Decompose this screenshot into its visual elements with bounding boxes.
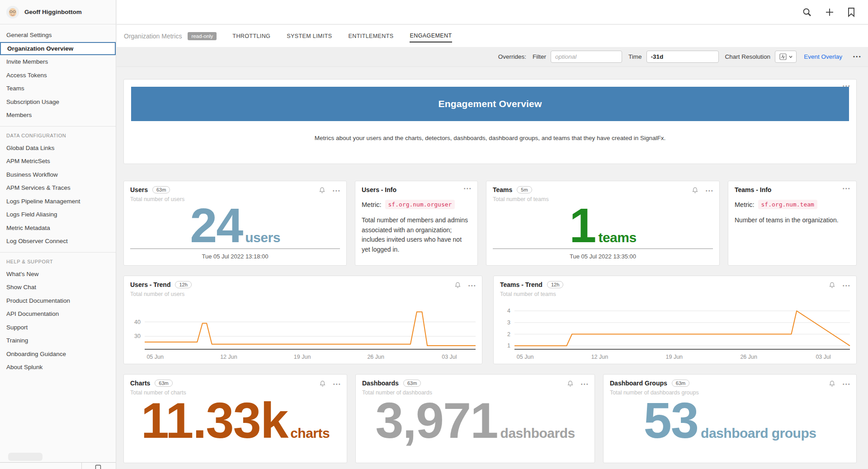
metric-description: Number of teams in the organization. <box>735 216 850 225</box>
card-menu-icon[interactable]: ••• <box>581 382 589 387</box>
card-menu-icon[interactable]: ••• <box>464 187 472 191</box>
dashboards-count: 3,971 <box>375 400 497 441</box>
sidebar-item-access-tokens[interactable]: Access Tokens <box>0 69 116 82</box>
dashboard-tabbar: Organization Metrics read-only THROTTLIN… <box>117 25 868 47</box>
bell-icon[interactable] <box>567 380 574 389</box>
sidebar-item-logs-field-aliasing[interactable]: Logs Field Aliasing <box>0 208 116 221</box>
sidebar-item-subscription-usage[interactable]: Subscription Usage <box>0 95 116 109</box>
overrides-label: Overrides: <box>498 53 526 60</box>
filter-input[interactable] <box>551 51 622 63</box>
tab-engagement[interactable]: ENGAGEMENT <box>410 30 453 42</box>
card-menu-icon[interactable]: ••• <box>843 382 851 387</box>
tab-entitlements[interactable]: ENTITLEMENTS <box>348 30 394 42</box>
card-title: Charts <box>130 380 150 387</box>
sidebar-item-apm-metricsets[interactable]: APM MetricSets <box>0 155 116 168</box>
svg-text:26 Jun: 26 Jun <box>740 354 757 360</box>
sidebar-bottom-bar <box>0 462 116 469</box>
resolution-pill: 63m <box>152 186 170 193</box>
engagement-overview-card: ••• Engagement Overview Metrics about yo… <box>123 79 857 164</box>
sidebar-item-log-observer-connect[interactable]: Log Observer Connect <box>0 234 116 248</box>
users-unit: users <box>245 230 280 245</box>
card-menu-icon[interactable]: ••• <box>333 382 341 387</box>
user-row[interactable]: Geoff Higginbottom <box>0 0 116 24</box>
sidebar-item-onboarding-guidance[interactable]: Onboarding Guidance <box>0 347 116 361</box>
time-input[interactable] <box>646 51 719 63</box>
sidebar-item-apm-services-traces[interactable]: APM Services & Traces <box>0 181 116 195</box>
teams-trend-chart[interactable]: 123405 Jun12 Jun19 Jun26 Jun03 Jul <box>494 301 856 364</box>
single-value: 3,971 dashboards <box>375 400 575 441</box>
user-name: Geoff Higginbottom <box>24 9 82 15</box>
collapse-sidebar-icon[interactable] <box>95 464 101 469</box>
teams-trend-card: Teams - Trend 12h Total number of teams … <box>493 276 857 364</box>
bell-icon[interactable] <box>829 281 835 291</box>
teams-unit: teams <box>598 230 636 245</box>
card-title: Users - Info <box>362 186 396 193</box>
card-menu-icon[interactable]: ••• <box>333 189 341 193</box>
bell-icon[interactable] <box>692 187 698 196</box>
sidebar-item-general-settings[interactable]: General Settings <box>0 28 116 42</box>
sidebar-item-logs-pipeline-management[interactable]: Logs Pipeline Management <box>0 195 116 208</box>
dashboard-group-name[interactable]: Organization Metrics <box>124 33 182 40</box>
svg-text:40: 40 <box>134 319 141 325</box>
bell-icon[interactable] <box>319 380 326 389</box>
resolution-pill: 63m <box>155 380 172 387</box>
sidebar-item-product-documentation[interactable]: Product Documentation <box>0 294 116 308</box>
sidebar-item-members[interactable]: Members <box>0 108 116 122</box>
charts-count: 11.33k <box>141 400 288 441</box>
single-value: 24 users <box>190 206 280 245</box>
dashboard-content: ••• Engagement Overview Metrics about yo… <box>117 67 868 469</box>
tab-system-limits[interactable]: SYSTEM LIMITS <box>286 30 332 42</box>
svg-text:19 Jun: 19 Jun <box>666 354 683 360</box>
single-value: 11.33k charts <box>141 400 330 441</box>
filter-label: Filter <box>533 53 546 60</box>
sidebar-item-about-splunk[interactable]: About Splunk <box>0 361 116 374</box>
card-menu-icon[interactable]: ••• <box>843 187 851 191</box>
sidebar-item-show-chat[interactable]: Show Chat <box>0 281 116 294</box>
sidebar-item-invite-members[interactable]: Invite Members <box>0 55 116 69</box>
sidebar-item-support[interactable]: Support <box>0 321 116 334</box>
sidebar-item-global-data-links[interactable]: Global Data Links <box>0 141 116 155</box>
dashboards-card: Dashboards 63m Total number of dashboard… <box>355 374 595 463</box>
card-row-1: Users 63m Total number of users ••• 24 u… <box>123 181 857 266</box>
charts-unit: charts <box>290 426 330 441</box>
card-menu-icon[interactable]: ••• <box>706 189 714 193</box>
create-plus-icon[interactable] <box>825 7 835 17</box>
users-trend-chart[interactable]: 304005 Jun12 Jun19 Jun26 Jun03 Jul <box>124 301 482 364</box>
sidebar-item-training[interactable]: Training <box>0 334 116 347</box>
sidebar-item-teams[interactable]: Teams <box>0 82 116 95</box>
teams-info-card: Teams - Info ••• Metric: sf.org.num.team… <box>728 181 857 266</box>
card-title: Users - Trend <box>130 281 170 288</box>
sidebar-item-organization-overview[interactable]: Organization Overview <box>0 42 116 56</box>
sidebar-item-business-workflow[interactable]: Business Workflow <box>0 168 116 182</box>
card-title: Users <box>130 186 148 193</box>
card-title: Teams <box>493 186 512 193</box>
card-menu-icon[interactable]: ••• <box>843 284 851 288</box>
chevron-down-icon <box>789 56 793 58</box>
dashboard-groups-unit: dashboard groups <box>701 426 816 441</box>
resolution-chart-icon <box>779 53 787 60</box>
event-overlay-link[interactable]: Event Overlay <box>804 53 842 60</box>
card-menu-icon[interactable]: ••• <box>468 284 476 288</box>
svg-text:12 Jun: 12 Jun <box>591 354 609 360</box>
metric-label: Metric: <box>735 201 755 208</box>
chart-resolution-dropdown[interactable] <box>775 51 797 63</box>
search-icon[interactable] <box>802 7 812 17</box>
user-avatar <box>6 6 19 19</box>
bell-icon[interactable] <box>319 187 326 196</box>
svg-text:03 Jul: 03 Jul <box>442 354 457 360</box>
bell-icon[interactable] <box>829 380 835 389</box>
app-window: Geoff Higginbottom General Settings Orga… <box>0 0 868 469</box>
sidebar-item-whats-new[interactable]: What's New <box>0 267 116 281</box>
tab-throttling[interactable]: THROTTLING <box>232 30 271 42</box>
sidebar-item-api-documentation[interactable]: API Documentation <box>0 307 116 321</box>
card-title: Teams - Trend <box>500 281 542 288</box>
bottom-bar-divider <box>81 463 82 469</box>
dashboard-groups-card: Dashboard Groups 63m Total number of das… <box>603 374 857 463</box>
bookmark-icon[interactable] <box>847 7 855 17</box>
svg-text:4: 4 <box>507 308 510 314</box>
teams-card: Teams 5m Total number of teams ••• 1 tea… <box>486 181 720 266</box>
overrides-menu-icon[interactable]: ••• <box>853 54 862 59</box>
sidebar-item-metric-metadata[interactable]: Metric Metadata <box>0 221 116 235</box>
bell-icon[interactable] <box>454 281 461 291</box>
value-timestamp: Tue 05 Jul 2022 13:35:00 <box>486 253 719 260</box>
